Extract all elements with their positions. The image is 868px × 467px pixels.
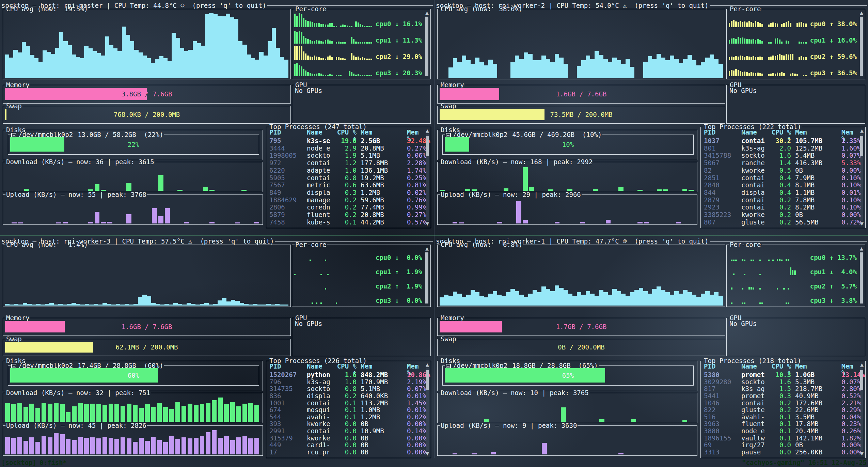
scroll-up-icon[interactable]: ▲ [425,11,429,15]
process-row[interactable]: 5879fluent0.220.8MB0.27% [269,212,423,218]
process-row[interactable]: 544avahi-0.11.2MB0.02% [269,414,423,420]
chart-bar [41,305,45,306]
scrollbar-thumb[interactable] [860,252,863,303]
chart-bar [788,55,789,60]
process-row[interactable]: 795k3s-se19.02.5GB32.48% [269,138,423,144]
process-row[interactable]: 2806coredn0.277.4MB0.99% [269,204,423,211]
tmux-pane-rpi-worker-1[interactable]: socktop — host: rpi-worker-1 | CPU Temp:… [435,236,868,458]
scrollbar-thumb[interactable] [860,370,863,390]
process-row[interactable]: 3385223kworke0.20B0.00% [704,212,857,218]
per-core-scrollbar[interactable]: ▲ [425,11,429,77]
chart-bar [714,292,719,306]
scroll-down-icon[interactable]: ▼ [859,451,864,456]
process-row[interactable]: 1037contai30.2105.7MB1.35% [704,138,857,144]
scroll-up-icon[interactable]: ▲ [859,246,864,251]
per-core-scrollbar[interactable]: ▲ [859,246,864,305]
process-row[interactable]: 849displa0.31.2MB0.02% [269,189,423,196]
process-row[interactable]: 1998005sockto1.95.1MB0.06% [269,152,423,159]
chart-bar [133,442,138,455]
scroll-down-icon[interactable]: ▼ [425,221,430,226]
process-row[interactable]: 836displa0.2640.0KB0.01% [269,393,423,399]
scrollbar-thumb[interactable] [860,17,863,76]
process-row[interactable]: 796k3s-ag1.0170.9MB2.19% [269,379,423,385]
process-row[interactable]: 2851contai0.47.9MB0.10% [704,175,857,181]
scrollbar-thumb[interactable] [860,136,863,156]
process-row[interactable]: 801k3s-ag2.0125.2MB1.60% [704,145,857,152]
tmux-pane-rpi-master[interactable]: socktop — host: rpi-master | CPU Temp: 4… [0,0,434,235]
process-row[interactable]: 17rcu_pr0.00B0.00% [269,449,423,455]
scrollbar-thumb[interactable] [425,17,428,76]
process-row[interactable]: 2991contai0.010.9MB0.14% [269,428,423,434]
process-scrollbar[interactable]: ▲ ▼ [425,128,430,226]
process-row[interactable]: 5380promet10.31.0GB13.14% [704,372,857,378]
process-row[interactable]: 2840contai0.48.1MB0.10% [704,182,857,188]
tmux-pane-rpi-worker-2[interactable]: socktop — host: rpi-worker-2 | CPU Temp:… [435,0,868,235]
process-row[interactable]: 3415788sockto1.65.4MB0.07% [704,152,857,159]
process-row[interactable]: 5067ranche1.4416.3MB5.33% [704,160,857,166]
chart-bar [271,305,275,306]
process-row[interactable]: 3880node_e0.120.4MB0.26% [704,428,857,434]
scrollbar-thumb[interactable] [425,252,428,303]
process-row[interactable]: 69irq/270.00B0.00% [704,442,857,448]
scrollbar-thumb[interactable] [426,370,429,390]
per-core-scrollbar[interactable]: ▲ [859,11,864,77]
process-mem-pct: 0.02% [407,414,426,420]
process-scrollbar[interactable]: ▲ ▼ [859,362,864,456]
chart-bar [561,407,566,422]
process-row[interactable]: 817k3s-ag1.5218.7MB2.80% [704,386,857,392]
process-row[interactable]: 393kworke0.00B0.00% [269,421,423,427]
chart-bar [305,53,306,60]
process-row[interactable]: 1884629manage0.259.6MB0.76% [269,197,423,203]
process-row[interactable]: 3963fluent0.117.8MB0.23% [704,421,857,427]
process-row[interactable]: 7458kube-s0.144.2MB0.57% [269,219,423,225]
process-row[interactable]: 7567metric0.663.6MB0.81% [269,182,423,188]
tmux-window-item[interactable]: 0:fish* [40,459,67,466]
process-row[interactable]: 807gluste0.256.5MB0.72% [704,219,857,225]
scroll-up-icon[interactable]: ▲ [425,128,430,133]
per-core-scrollbar[interactable]: ▲ [425,246,429,305]
process-row[interactable]: 6220adapte1.0136.1MB1.74% [269,167,423,174]
process-row[interactable]: 3029280sockto1.65.3MB0.07% [704,379,857,385]
chart-bar [533,60,537,78]
process-row[interactable]: 5441promet0.340.9MB0.52% [704,393,857,399]
process-row[interactable]: 2923contai0.28.2MB0.10% [704,204,857,211]
process-row[interactable]: 1896155vaultw0.1142.1MB1.82% [704,435,857,441]
process-row[interactable]: 5905contai0.819.2MB0.25% [269,175,423,181]
chart-bar [679,294,683,306]
pane-divider-vertical[interactable] [434,0,435,458]
process-row[interactable]: 516avahi-0.13.5MB0.04% [704,414,857,420]
process-row[interactable]: 3444node_e2.920.8MB0.27% [269,145,423,152]
process-row[interactable]: 822gluste0.222.6MB0.29% [704,407,857,413]
process-scrollbar[interactable]: ▲ ▼ [425,362,430,456]
process-row[interactable]: 1001contai0.1113.2MB1.45% [269,400,423,406]
process-row[interactable]: 315379kworke0.00B0.00% [269,435,423,441]
process-row[interactable]: 674mosqui0.11.0MB0.01% [269,407,423,413]
process-row[interactable]: 972contai1.2177.8MB2.28% [269,160,423,166]
scroll-up-icon[interactable]: ▲ [859,362,864,367]
chart-bar [542,443,547,455]
process-row[interactable]: 844displa0.41.1MB0.01% [704,189,857,196]
process-pid: 7567 [269,182,307,188]
process-row[interactable]: 1046contai0.2172.6MB2.21% [704,400,857,406]
process-row[interactable]: 3313pause0.0256.0KB0.00% [704,449,857,455]
scroll-up-icon[interactable]: ▲ [859,128,864,133]
scrollbar-thumb[interactable] [426,136,429,156]
scroll-up-icon[interactable]: ▲ [425,246,429,251]
chart-bar [254,438,259,454]
process-cpu-pct: 0.2 [335,393,361,399]
process-scrollbar[interactable]: ▲ ▼ [859,128,864,226]
disk-meter: 60% 60% [10,368,257,383]
process-row[interactable]: 1520267python1.6848.2MB10.86% [269,372,423,378]
process-row[interactable]: 2879contai0.27.8MB0.10% [704,197,857,203]
scroll-down-icon[interactable]: ▼ [425,451,430,456]
scroll-down-icon[interactable]: ▼ [859,221,864,226]
scroll-up-icon[interactable]: ▲ [425,362,430,367]
process-row[interactable]: 82kworke0.50B0.00% [704,167,857,174]
scroll-up-icon[interactable]: ▲ [859,11,864,15]
process-name: contai [307,160,335,166]
process-row[interactable]: 314735sockto0.85.1MB0.07% [269,386,423,392]
chart-bar [13,50,17,78]
process-row[interactable]: 449card1-0.00B0.00% [269,442,423,448]
tmux-pane-rpi-worker-3[interactable]: socktop — host: rpi-worker-3 | CPU Temp:… [0,236,434,458]
chart-bar [353,74,354,76]
